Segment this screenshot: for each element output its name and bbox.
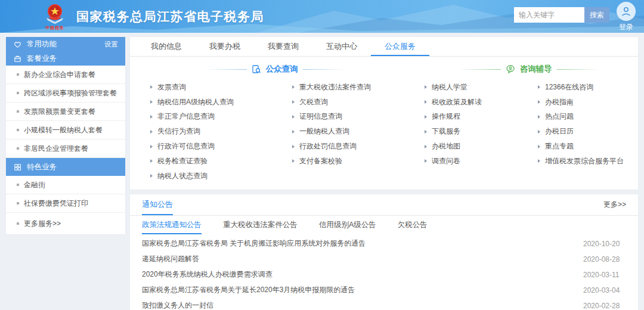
sidebar-item[interactable]: 新办企业综合申请套餐	[6, 66, 125, 84]
divider-line	[303, 69, 346, 70]
user-avatar-icon[interactable]	[617, 2, 636, 21]
sidebar-item[interactable]: 金融街	[6, 176, 125, 194]
tab-interaction-center[interactable]: 互动中心	[312, 37, 371, 56]
notice-link[interactable]: 国家税务总局江苏省税务局 关于机房搬迁影响应用系统对外服务的通告	[142, 238, 571, 249]
bullet-icon	[17, 129, 19, 131]
notice-subtabs: 政策法规通知公告 重大税收违法案件公告 信用级别A级公告 欠税公告	[130, 216, 638, 234]
divider-line	[557, 69, 600, 70]
sidebar-section-package-business[interactable]: 套餐业务	[6, 51, 125, 66]
service-link-grid: 发票查询 纳税信用A级纳税人查询 非正常户信息查询 失信行为查询 行政许可信息查…	[130, 76, 638, 190]
consult-link[interactable]: 办税地图	[425, 139, 538, 154]
query-link[interactable]: 行政处罚信息查询	[292, 139, 425, 154]
query-column-1: 发票查询 纳税信用A级纳税人查询 非正常户信息查询 失信行为查询 行政许可信息查…	[150, 80, 292, 184]
consult-link[interactable]: 操作规程	[425, 110, 538, 125]
query-link[interactable]: 纳税信用A级纳税人查询	[150, 95, 292, 110]
bullet-icon	[17, 92, 19, 94]
sidebar-section-common-functions[interactable]: 常用功能 设置	[6, 37, 125, 51]
sidebar-item[interactable]: 发票限额票量变更套餐	[6, 103, 125, 121]
tab-tax-handling[interactable]: 我要办税	[196, 37, 254, 56]
search-input[interactable]	[514, 7, 584, 23]
sidebar-item-label[interactable]: 跨区域涉税事项报验管理套餐	[24, 88, 117, 98]
package-icon	[13, 54, 22, 63]
sidebar-item-label[interactable]: 金融街	[24, 180, 45, 190]
notice-link[interactable]: 递延纳税问题解答	[142, 254, 571, 264]
consult-link[interactable]: 调查问卷	[425, 154, 538, 169]
arrow-icon	[425, 115, 427, 119]
notice-date: 2020-08-28	[583, 255, 626, 264]
tab-notices[interactable]: 通知公告	[142, 194, 173, 215]
query-link[interactable]: 欠税查询	[292, 95, 425, 110]
more-link[interactable]: 更多>>	[603, 200, 626, 210]
query-link[interactable]: 支付备案校验	[292, 154, 425, 169]
consult-link[interactable]: 重点专题	[538, 139, 638, 154]
notice-list: 国家税务总局江苏省税务局 关于机房搬迁影响应用系统对外服务的通告2020-10-…	[130, 234, 638, 310]
arrow-icon	[538, 130, 540, 134]
bullet-icon	[17, 202, 19, 204]
login-link[interactable]: 登录	[619, 22, 633, 32]
sidebar-item-label[interactable]: 更多服务>>	[24, 219, 61, 229]
query-link[interactable]: 证明信息查询	[292, 110, 425, 125]
sidebar-item[interactable]: 小规模转一般纳税人套餐	[6, 121, 125, 140]
sidebar-item-label[interactable]: 社保费缴费凭证打印	[24, 199, 88, 209]
sidebar-item-label[interactable]: 发票限额票量变更套餐	[24, 107, 95, 117]
notice-date: 2020-03-04	[583, 286, 626, 294]
notice-link[interactable]: 国家税务总局江苏省税务局关于延长2020年3月纳税申报期限的通告	[142, 285, 571, 295]
sidebar-item-more-services[interactable]: 更多服务>>	[6, 213, 125, 234]
tab-my-info[interactable]: 我的信息	[137, 37, 196, 56]
arrow-icon	[150, 174, 153, 178]
query-link[interactable]: 行政许可信息查询	[150, 139, 292, 154]
query-link[interactable]: 发票查询	[150, 80, 292, 95]
query-link[interactable]: 一般纳税人查询	[292, 124, 425, 139]
consult-link[interactable]: 纳税人学堂	[425, 80, 538, 95]
subtab-policy-notices[interactable]: 政策法规通知公告	[142, 216, 202, 234]
subtab-tax-arrears[interactable]: 欠税公告	[398, 216, 428, 234]
sidebar-item-label[interactable]: 小规模转一般纳税人套餐	[24, 125, 103, 135]
sidebar-item[interactable]: 社保费缴费凭证打印	[6, 194, 125, 213]
notices-header: 通知公告 更多>>	[130, 194, 638, 216]
sidebar-section-label: 特色业务	[27, 162, 57, 172]
consult-link[interactable]: 热点问题	[538, 110, 638, 125]
query-link[interactable]: 重大税收违法案件查询	[292, 80, 425, 95]
settings-link[interactable]: 设置	[104, 40, 118, 49]
consult-link[interactable]: 12366在线咨询	[538, 80, 638, 95]
arrow-icon	[292, 130, 295, 134]
arrow-icon	[150, 159, 153, 163]
arrow-icon	[538, 85, 540, 89]
arrow-icon	[150, 100, 153, 104]
arrow-icon	[425, 145, 427, 148]
sidebar-item-label[interactable]: 非居民企业管理套餐	[24, 144, 88, 154]
query-link[interactable]: 失信行为查询	[150, 124, 292, 139]
notice-row: 2020年税务系统纳税人办税缴费需求调查2020-03-11	[142, 267, 626, 283]
arrow-icon	[292, 115, 295, 119]
notice-link[interactable]: 2020年税务系统纳税人办税缴费需求调查	[142, 269, 571, 280]
sidebar-item[interactable]: 跨区域涉税事项报验管理套餐	[6, 84, 125, 103]
search-button[interactable]: 搜索	[584, 7, 609, 23]
notice-row: 国家税务总局江苏省税务局 关于机房搬迁影响应用系统对外服务的通告2020-10-…	[142, 236, 626, 252]
sidebar-item-label[interactable]: 新办企业综合申请套餐	[24, 70, 95, 80]
notice-link[interactable]: 致扣缴义务人的一封信	[142, 300, 571, 310]
bullet-icon	[17, 147, 19, 150]
section-headers: 公众查询 咨询辅导	[130, 62, 638, 76]
consult-link[interactable]: 税收政策及解读	[425, 95, 538, 110]
consult-link[interactable]: 下载服务	[425, 124, 538, 139]
tab-public-services[interactable]: 公众服务	[371, 37, 429, 56]
consult-link[interactable]: 办税指南	[538, 95, 638, 110]
arrow-icon	[150, 115, 153, 119]
subtab-major-violation[interactable]: 重大税收违法案件公告	[223, 216, 298, 234]
arrow-icon	[292, 100, 295, 104]
query-link[interactable]: 税务检查证查验	[150, 154, 292, 169]
main-content: 我的信息 我要办税 我要查询 互动中心 公众服务 公众查询 咨询辅导	[130, 37, 638, 310]
tab-query[interactable]: 我要查询	[254, 37, 312, 56]
sidebar-section-special-business[interactable]: 特色业务	[6, 158, 125, 176]
consult-link[interactable]: 增值税发票综合服务平台	[538, 154, 638, 169]
notices-card: 通知公告 更多>> 政策法规通知公告 重大税收违法案件公告 信用级别A级公告 欠…	[130, 194, 638, 310]
subtab-credit-a[interactable]: 信用级别A级公告	[319, 216, 376, 234]
consult-link[interactable]: 办税日历	[538, 124, 638, 139]
query-link[interactable]: 非正常户信息查询	[150, 110, 292, 125]
arrow-icon	[150, 130, 153, 134]
query-link[interactable]: 纳税人状态查询	[150, 169, 292, 184]
sidebar-item[interactable]: 非居民企业管理套餐	[6, 140, 125, 158]
bullet-icon	[17, 110, 19, 113]
consult-title: 咨询辅导	[520, 64, 552, 75]
notice-row: 国家税务总局江苏省税务局关于延长2020年3月纳税申报期限的通告2020-03-…	[142, 283, 626, 298]
